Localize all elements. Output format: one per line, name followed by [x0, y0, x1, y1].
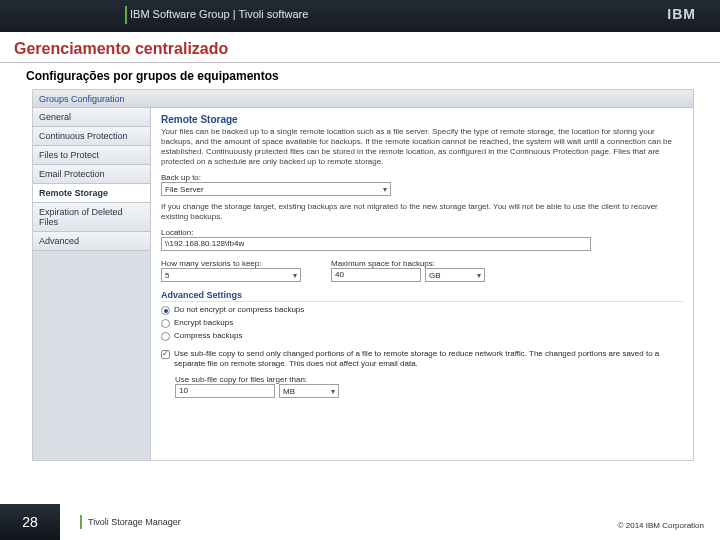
footer-product: Tivoli Storage Manager: [88, 517, 181, 527]
subfile-checkbox[interactable]: [161, 350, 170, 359]
maxspace-input[interactable]: 40: [331, 268, 421, 282]
nav-item-remote-storage[interactable]: Remote Storage: [33, 184, 150, 203]
subfile-threshold-unit-select[interactable]: MB: [279, 384, 339, 398]
subfile-threshold-unit: MB: [283, 387, 295, 396]
backup-to-select[interactable]: File Server: [161, 182, 391, 196]
backup-to-label: Back up to:: [161, 173, 683, 182]
maxspace-unit: GB: [429, 271, 441, 280]
panel-heading: Remote Storage: [161, 114, 683, 125]
header-band: IBM Software Group | Tivoli software IBM: [0, 0, 720, 32]
breadcrumb: Groups Configuration: [33, 90, 693, 108]
location-input[interactable]: \\192.168.80.128\fb4w: [161, 237, 591, 251]
page-subtitle: Configurações por grupos de equipamentos: [0, 63, 720, 89]
nav-item-expiration[interactable]: Expiration of Deleted Files: [33, 203, 150, 232]
radio-no-encrypt[interactable]: [161, 306, 170, 315]
page-title: Gerenciamento centralizado: [0, 32, 720, 63]
nav-item-advanced[interactable]: Advanced: [33, 232, 150, 251]
ibm-logo: IBM: [667, 6, 696, 22]
versions-value: 5: [165, 271, 169, 280]
left-nav: General Continuous Protection Files to P…: [33, 108, 151, 460]
nav-item-files[interactable]: Files to Protect: [33, 146, 150, 165]
nav-item-continuous[interactable]: Continuous Protection: [33, 127, 150, 146]
radio-encrypt[interactable]: [161, 319, 170, 328]
radio-no-encrypt-label: Do not encrypt or compress backups: [174, 305, 304, 315]
footer-copyright: © 2014 IBM Corporation: [618, 521, 704, 530]
radio-compress-label: Compress backups: [174, 331, 242, 341]
content-panel: Remote Storage Your files can be backed …: [151, 108, 693, 460]
versions-label: How many versions to keep:: [161, 259, 301, 268]
nav-item-email[interactable]: Email Protection: [33, 165, 150, 184]
versions-select[interactable]: 5: [161, 268, 301, 282]
nav-item-general[interactable]: General: [33, 108, 150, 127]
radio-encrypt-label: Encrypt backups: [174, 318, 233, 328]
advanced-settings-heading: Advanced Settings: [161, 290, 683, 302]
slide-footer: 28 Tivoli Storage Manager © 2014 IBM Cor…: [0, 504, 720, 540]
embedded-screenshot: Groups Configuration General Continuous …: [32, 89, 694, 461]
maxspace-unit-select[interactable]: GB: [425, 268, 485, 282]
maxspace-label: Maximum space for backups:: [331, 259, 485, 268]
header-accent: [125, 6, 127, 24]
header-title: IBM Software Group | Tivoli software: [130, 8, 308, 20]
change-note: If you change the storage target, existi…: [161, 202, 683, 222]
backup-to-value: File Server: [165, 185, 204, 194]
subfile-threshold-input[interactable]: 10: [175, 384, 275, 398]
location-label: Location:: [161, 228, 683, 237]
radio-compress[interactable]: [161, 332, 170, 341]
footer-accent: [80, 515, 82, 529]
page-number-block: 28: [0, 504, 60, 540]
subfile-threshold-label: Use sub-file copy for files larger than:: [175, 375, 683, 384]
subfile-label: Use sub-file copy to send only changed p…: [174, 349, 683, 369]
panel-description: Your files can be backed up to a single …: [161, 127, 683, 167]
